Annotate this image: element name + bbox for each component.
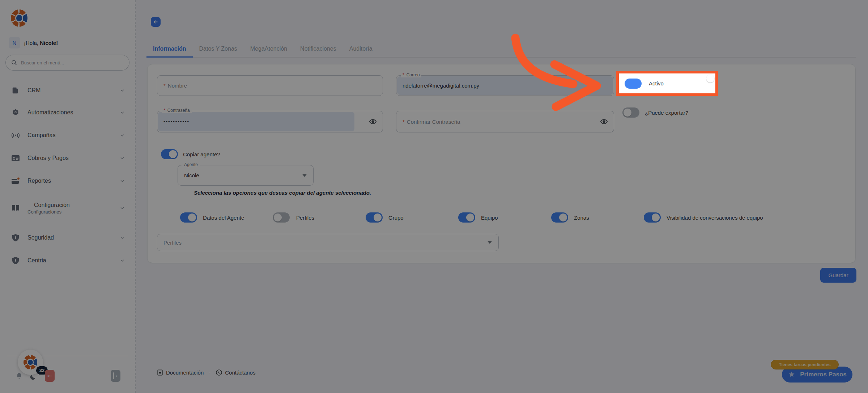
perfiles-toggle[interactable]: [273, 212, 290, 223]
form-card: *Nombre *Correo ndelatorre@megadigital.c…: [147, 64, 856, 263]
id-card-icon: [10, 154, 21, 162]
sidebar-item-label: Centria: [27, 257, 46, 264]
visibilidad-conversaciones-label: Visibilidad de conversaciones de equipo: [667, 215, 763, 221]
sidebar-item-label: Reportes: [27, 178, 51, 184]
chevron-down-icon: [302, 174, 307, 177]
copy-options-helper-text: Selecciona las opciones que deseas copia…: [178, 190, 387, 196]
chevron-down-icon: [119, 132, 125, 138]
chevron-down-icon: [119, 178, 125, 184]
correo-label: *Correo: [401, 72, 421, 77]
tab-megaatencion[interactable]: MegaAtención: [244, 41, 294, 57]
sidebar-item-sublabel: Configuraciones: [27, 209, 70, 215]
toggle-password-visibility-icon[interactable]: [369, 118, 377, 126]
sidebar-item-label: Seguridad: [27, 234, 54, 241]
star-icon: [788, 371, 796, 379]
grupo-toggle[interactable]: [366, 212, 383, 223]
toggle-password-visibility-icon[interactable]: [600, 118, 608, 126]
zonas-toggle[interactable]: [551, 212, 568, 223]
file-icon: [10, 86, 21, 94]
tab-auditoria[interactable]: Auditoría: [343, 41, 379, 57]
chevron-down-icon: [119, 205, 125, 211]
copiar-agente-toggle[interactable]: [161, 149, 178, 159]
collapse-sidebar-icon[interactable]: ‹: [111, 370, 120, 382]
phone-icon: [216, 369, 222, 376]
bell-icon[interactable]: [15, 371, 23, 381]
sidebar-item-label: Automatizaciones: [27, 109, 73, 116]
main-content: Información Datos Y Zonas MegaAtención N…: [136, 0, 868, 393]
shield-icon: [10, 234, 21, 242]
puede-exportar-toggle[interactable]: [622, 107, 639, 118]
pending-tasks-tooltip: Tienes tareas pendientes: [771, 360, 839, 369]
grupo-label: Grupo: [388, 215, 404, 221]
brand-logo-icon: [24, 355, 37, 369]
menu-search[interactable]: [5, 55, 129, 71]
broadcast-icon: [10, 131, 21, 139]
zonas-label: Zonas: [574, 215, 589, 221]
document-icon: [157, 369, 163, 376]
equipo-label: Equipo: [481, 215, 498, 221]
contact-link[interactable]: Contáctanos: [216, 369, 255, 376]
sidebar-item-label: CRM: [27, 87, 41, 94]
back-button[interactable]: [151, 17, 161, 27]
correo-field[interactable]: *Correo ndelatorre@megadigital.com.py: [396, 75, 614, 96]
book-icon: [10, 204, 21, 212]
sidebar-item-label: Campañas: [27, 132, 55, 139]
agente-value: Nicole: [184, 172, 199, 178]
visibilidad-conversaciones-toggle[interactable]: [644, 212, 661, 223]
documentation-link[interactable]: Documentación: [157, 369, 204, 376]
puede-exportar-label: ¿Puede exportar?: [645, 110, 688, 116]
gear-icon: [10, 109, 21, 117]
sidebar: N ¡Hola, Nicole! CRM Automatizaciones Ca…: [0, 0, 136, 393]
datos-del-agente-toggle[interactable]: [180, 212, 197, 223]
chevron-down-icon: [119, 258, 125, 263]
tab-informacion[interactable]: Información: [146, 41, 193, 57]
sidebar-item-cobros-pagos[interactable]: Cobros y Pagos: [10, 150, 125, 166]
sidebar-item-reportes[interactable]: Reportes: [10, 173, 125, 189]
save-button[interactable]: Guardar: [820, 268, 856, 283]
activo-toggle[interactable]: [625, 79, 642, 89]
app-root: N ¡Hola, Nicole! CRM Automatizaciones Ca…: [0, 0, 868, 393]
contrasena-field[interactable]: *Contraseña •••••••••••: [157, 111, 383, 132]
logout-icon[interactable]: ⇤: [45, 370, 55, 382]
search-icon: [11, 59, 17, 66]
tab-datos-y-zonas[interactable]: Datos Y Zonas: [193, 41, 244, 57]
perfiles-placeholder: Perfiles: [163, 240, 182, 246]
dark-mode-moon-icon[interactable]: [29, 373, 37, 381]
agente-select[interactable]: Agente Nicole: [178, 165, 314, 186]
chevron-down-icon: [119, 110, 125, 115]
equipo-toggle[interactable]: [458, 212, 475, 223]
chevron-down-icon: [119, 155, 125, 161]
arrow-left-icon: [153, 19, 158, 25]
sidebar-item-crm[interactable]: CRM: [10, 82, 125, 99]
sidebar-item-automatizaciones[interactable]: Automatizaciones: [10, 104, 125, 121]
sidebar-item-seguridad[interactable]: Seguridad: [10, 229, 125, 246]
chevron-down-icon: [119, 88, 125, 93]
nombre-placeholder: Nombre: [168, 83, 187, 89]
tab-bar: Información Datos Y Zonas MegaAtención N…: [146, 41, 856, 58]
sidebar-item-label: Cobros y Pagos: [27, 155, 69, 161]
contrasena-value: •••••••••••: [163, 119, 190, 124]
activo-highlight-box: Activo: [616, 71, 718, 96]
sidebar-item-campanas[interactable]: Campañas: [10, 127, 125, 144]
sidebar-item-configuracion[interactable]: Configuración Configuraciones: [10, 196, 125, 220]
perfiles-toggle-label: Perfiles: [296, 215, 314, 221]
confirmar-contrasena-field[interactable]: *Confirmar Contraseña: [396, 111, 614, 132]
sidebar-item-centria[interactable]: Centria: [10, 252, 125, 269]
credit-card-icon: [10, 177, 21, 185]
footer-separator: -: [209, 369, 210, 376]
correo-value: ndelatorre@megadigital.com.py: [403, 83, 479, 89]
greeting-text: ¡Hola, Nicole!: [24, 40, 58, 46]
activo-label: Activo: [649, 80, 664, 86]
confirmar-placeholder: Confirmar Contraseña: [407, 119, 460, 125]
datos-del-agente-label: Datos del Agente: [203, 215, 244, 221]
brand-logo-icon: [11, 9, 27, 27]
agente-label: Agente: [182, 162, 200, 167]
perfiles-select[interactable]: Perfiles: [157, 234, 499, 251]
nombre-field[interactable]: *Nombre: [157, 75, 383, 96]
avatar: N: [9, 37, 20, 48]
contrasena-label: *Contraseña: [162, 108, 192, 113]
copiar-agente-label: Copiar agente?: [183, 151, 220, 157]
tab-notificaciones[interactable]: Notificaciones: [294, 41, 343, 57]
search-input[interactable]: [21, 60, 124, 66]
chevron-down-icon: [119, 235, 125, 241]
